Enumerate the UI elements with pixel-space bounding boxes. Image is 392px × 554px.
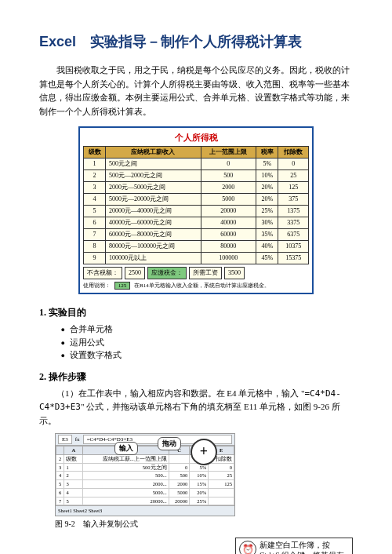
- figure-title: 个人所得税: [83, 131, 309, 144]
- table-row: 9100000元以上10000045%15375: [84, 252, 309, 264]
- section1-heading: 1. 实验目的: [39, 305, 353, 319]
- tip-text: 新建空白工作簿，按 Ctrl+S 组合键，将其保存为"个人所得税计算表"。: [260, 541, 349, 554]
- tax-header: 应纳税工薪收入: [106, 146, 201, 158]
- due-tax-value: 3500: [224, 267, 245, 279]
- intro-paragraph: 我国税收取之于民，用之于民，纳税是每个公民应尽的义务。因此，税收的计算也是每个人…: [39, 64, 353, 118]
- tax-header: 税率: [256, 146, 278, 158]
- main-figure: 个人所得税 级数应纳税工薪收入上一范围上限税率扣除数 1500元之间05%025…: [78, 126, 314, 294]
- goals-list: 合并单元格运用公式设置数字格式: [61, 323, 354, 362]
- figure-note: 使用说明： 125 在B14单元格输入收入金额，系统自动计算出应缴税金。: [83, 282, 309, 290]
- table-row: 645000...500020%: [56, 488, 234, 497]
- table-row: 45000元—20000元之间500020%375: [84, 193, 309, 205]
- callout-drag: 拖动: [158, 437, 181, 451]
- table-row: 520000元—40000元之间2000025%1375: [84, 205, 309, 217]
- list-item: 设置数字格式: [61, 348, 354, 362]
- table-row: 640000元—60000元之间4000030%3375: [84, 217, 309, 228]
- page-title: Excel 实验指导－制作个人所得税计算表: [39, 31, 353, 53]
- figure-bottom-row: 不含税额： 2500 应缴税金： 所需工资 3500: [83, 267, 309, 279]
- name-box: E3: [58, 435, 72, 445]
- table-row: 2500元—2000元之间50010%25: [84, 169, 309, 181]
- section2-heading: 2. 操作步骤: [39, 370, 353, 384]
- table-row: 760000元—80000元之间6000035%6375: [84, 228, 309, 240]
- table-row: 880000元—100000元之间8000040%10375: [84, 240, 309, 252]
- no-tax-value: 2500: [125, 267, 145, 279]
- note-text: 在B14单元格输入收入金额，系统自动计算出应缴税金。: [134, 282, 270, 289]
- sheet-tabs: Sheet1 Sheet2 Sheet3: [56, 505, 234, 516]
- fx-icon: fx: [75, 436, 80, 444]
- table-row: 42500...50010%25: [56, 472, 234, 480]
- table-row: 7520000...2000025%: [56, 497, 234, 505]
- tax-header: 扣除数: [278, 146, 309, 158]
- callout-input: 输入: [114, 442, 138, 456]
- list-item: 运用公式: [61, 336, 354, 349]
- no-tax-label: 不含税额：: [83, 267, 122, 279]
- figure-caption: 图 9-2 输入并复制公式: [55, 518, 353, 530]
- due-tax-label: 应缴税金：: [147, 267, 187, 279]
- step1-text: （1）在工作表中，输入相应内容和数据。在 E4 单元格中，输入 "=C4*D4-…: [39, 387, 353, 428]
- table-row: 1500元之间05%0: [84, 158, 309, 169]
- alarm-clock-icon: ⏰: [239, 541, 256, 554]
- tax-header: 级数: [84, 146, 106, 158]
- table-row: 32000元—5000元之间200020%125: [84, 181, 309, 193]
- excel-screenshot: E3 fx =C4*D4-C4*D3+E3 输入 拖动 + ABCDE 2级数应…: [55, 433, 235, 517]
- note-label: 使用说明：: [83, 282, 111, 289]
- tax-header: 上一范围上限: [201, 146, 256, 158]
- due-tax-text: 所需工资: [189, 267, 222, 279]
- tax-table: 级数应纳税工薪收入上一范围上限税率扣除数 1500元之间05%02500元—20…: [83, 146, 309, 264]
- fill-handle-cursor: +: [191, 439, 217, 465]
- list-item: 合并单元格: [61, 323, 354, 336]
- table-row: 532000...200015%125: [56, 480, 234, 489]
- note-num: 125: [114, 282, 131, 290]
- tip-box: ⏰ 新建空白工作簿，按 Ctrl+S 组合键，将其保存为"个人所得税计算表"。: [235, 538, 353, 554]
